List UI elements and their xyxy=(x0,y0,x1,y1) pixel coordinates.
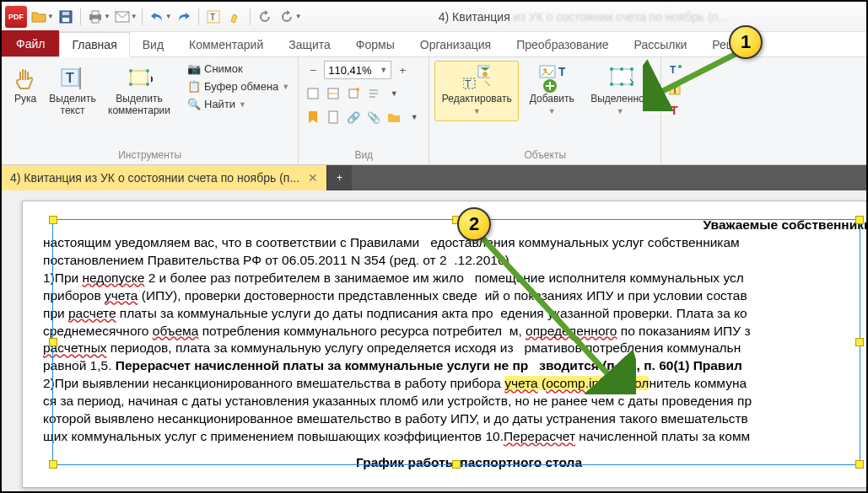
fit-page-button[interactable] xyxy=(304,84,322,103)
tab-file[interactable]: Файл xyxy=(2,30,59,56)
extra-btn-1[interactable]: T xyxy=(666,61,685,79)
svg-text:T: T xyxy=(558,65,565,78)
redo-button[interactable] xyxy=(174,7,194,27)
rotate-view-button[interactable] xyxy=(344,84,363,103)
text-line: 1)При недопуске 2 и более раз потребител… xyxy=(43,270,866,287)
svg-rect-30 xyxy=(612,69,632,84)
extra-btn-3[interactable]: T xyxy=(666,101,685,120)
tab-convert[interactable]: Преобразование xyxy=(504,32,621,56)
group-view: − 110,41%▼ + ▼ 🔗 📎 ▼ Вид xyxy=(299,57,429,164)
zoom-out-button[interactable]: − xyxy=(304,61,322,79)
text-line: приборов учета (ИПУ), проверки достоверн… xyxy=(43,287,866,305)
hand-icon xyxy=(12,65,39,92)
email-button[interactable] xyxy=(112,7,132,27)
link-button[interactable]: 🔗 xyxy=(344,108,363,126)
zoom-combo[interactable]: 110,41%▼ xyxy=(324,61,391,79)
attachment-button[interactable]: 📎 xyxy=(364,108,383,126)
camera-icon: 📷 xyxy=(187,62,201,75)
close-tab-button[interactable]: ✕ xyxy=(308,171,318,185)
svg-rect-17 xyxy=(308,88,318,99)
tab-mail[interactable]: Рассылки xyxy=(622,32,700,56)
add-object-button[interactable]: T Добавить ▼ xyxy=(522,61,581,121)
snapshot-button[interactable]: 📷Снимок xyxy=(184,61,293,77)
svg-point-14 xyxy=(146,69,149,72)
pdf-page[interactable]: Уважаемые собственники (на настоящим уве… xyxy=(22,201,866,488)
group-extra: T T T xyxy=(661,57,690,164)
svg-point-36 xyxy=(620,83,623,86)
select-comments-button[interactable]: Выделить комментарии xyxy=(101,61,177,121)
svg-point-15 xyxy=(129,83,132,86)
group-label-view: Вид xyxy=(304,147,423,163)
hand-tool-button[interactable]: Рука xyxy=(7,61,44,110)
email-dropdown[interactable]: ▼ xyxy=(131,13,137,20)
tab-forms[interactable]: Формы xyxy=(343,32,407,56)
text-line: постановлением Правительства РФ от 06.05… xyxy=(43,252,866,270)
reflow-button[interactable] xyxy=(364,84,383,103)
rotate-left-button[interactable] xyxy=(255,7,275,27)
edit-object-icon: T xyxy=(463,65,490,92)
view-more-button[interactable]: ▼ xyxy=(385,84,403,103)
undo-button[interactable] xyxy=(147,7,167,27)
highlight-button[interactable] xyxy=(225,7,245,27)
undo-dropdown[interactable]: ▼ xyxy=(165,13,172,20)
group-label-tools: Инструменты xyxy=(7,147,293,163)
bookmark-button[interactable] xyxy=(304,108,322,126)
rotate-right-button[interactable] xyxy=(277,7,297,27)
svg-point-13 xyxy=(129,69,132,72)
save-button[interactable] xyxy=(56,7,76,27)
svg-rect-12 xyxy=(131,71,148,84)
callout-1: 1 xyxy=(729,25,763,59)
group-label-objects: Объекты xyxy=(434,147,655,163)
text-line: среднемесячного объема потребления комму… xyxy=(43,323,866,340)
qat-customize[interactable]: ▼ xyxy=(295,13,302,20)
text-line: при расчете платы за коммунальные услуги… xyxy=(43,305,866,323)
svg-point-35 xyxy=(620,67,623,71)
tab-protect[interactable]: Защита xyxy=(276,32,343,56)
add-object-icon: T xyxy=(538,65,565,92)
document-button[interactable] xyxy=(324,108,342,126)
svg-point-33 xyxy=(610,83,613,86)
callout-2: 2 xyxy=(457,207,491,241)
find-button[interactable]: 🔍Найти ▼ xyxy=(184,96,293,112)
text-line: равной 1,5. Перерасчет начисленной платы… xyxy=(43,357,866,375)
open-dropdown[interactable]: ▼ xyxy=(47,13,54,20)
tab-view[interactable]: Вид xyxy=(130,32,176,56)
svg-point-23 xyxy=(483,72,488,77)
typewriter-button[interactable]: T xyxy=(203,7,224,27)
folder-button[interactable] xyxy=(385,108,403,126)
tab-organize[interactable]: Организация xyxy=(407,32,504,56)
group-objects: T Редактировать ▼ T Добавить ▼ Выделенно… xyxy=(429,57,661,164)
print-button[interactable] xyxy=(85,7,105,27)
svg-rect-4 xyxy=(92,11,99,15)
binoculars-icon: 🔍 xyxy=(187,98,201,110)
svg-point-16 xyxy=(146,83,149,86)
extra-btn-2[interactable]: T xyxy=(666,81,685,99)
edit-object-button[interactable]: T Редактировать ▼ xyxy=(434,61,519,121)
document-area[interactable]: Уважаемые собственники (на настоящим уве… xyxy=(2,190,866,491)
svg-rect-19 xyxy=(349,89,358,98)
fit-width-button[interactable] xyxy=(324,84,342,103)
tab-comment[interactable]: Комментарий xyxy=(176,32,276,56)
open-button[interactable] xyxy=(29,7,49,27)
svg-point-32 xyxy=(630,67,633,71)
select-text-icon: T xyxy=(59,65,86,92)
svg-point-31 xyxy=(610,67,613,71)
doc-heading: Уважаемые собственники (на xyxy=(43,217,866,234)
svg-rect-21 xyxy=(329,111,337,123)
zoom-in-button[interactable]: + xyxy=(393,61,412,79)
print-dropdown[interactable]: ▼ xyxy=(104,13,111,20)
selected-object-button[interactable]: Выделенное ▼ xyxy=(585,61,655,121)
new-tab-button[interactable]: + xyxy=(326,165,352,190)
doctab-title: 4) Квитанция из УК о состоянии счета по … xyxy=(10,171,299,185)
tab-home[interactable]: Главная xyxy=(59,32,129,57)
svg-rect-1 xyxy=(62,18,69,22)
svg-text:T: T xyxy=(672,86,677,95)
clipboard-button[interactable]: 📋Буфер обмена ▼ xyxy=(184,78,293,94)
document-tab-active[interactable]: 4) Квитанция из УК о состоянии счета по … xyxy=(2,165,326,190)
svg-point-38 xyxy=(678,65,682,68)
view-more2-button[interactable]: ▼ xyxy=(405,108,423,126)
text-line: 2)При выявлении несанкционированного вме… xyxy=(43,375,866,393)
select-comments-icon xyxy=(126,65,153,92)
text-line: которой выявлено несанкционированное вме… xyxy=(43,410,866,428)
select-text-button[interactable]: T Выделить текст xyxy=(47,61,98,121)
